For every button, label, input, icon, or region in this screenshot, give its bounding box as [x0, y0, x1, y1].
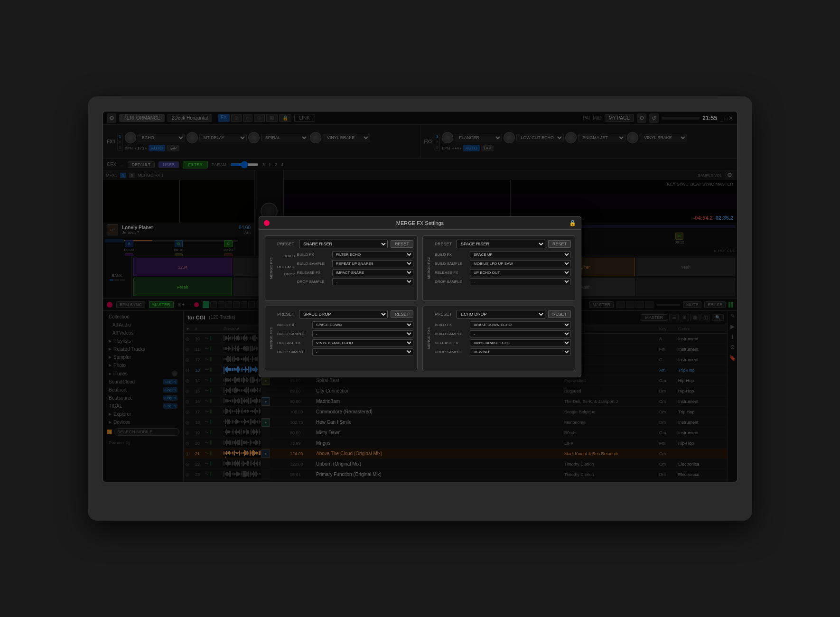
preset-label-2: PRESET	[435, 242, 454, 246]
merge-fx4-build-fx-select[interactable]: BRAKE DOWN ECHO	[470, 321, 571, 328]
preset-label-1: PRESET	[277, 242, 296, 246]
preset-label-3: PRESET	[277, 312, 296, 317]
build-sample-label-1: BUILD SAMPLE	[297, 262, 330, 266]
merge-fx2-build-fx-select[interactable]: SPACE UP	[470, 251, 571, 258]
drop-sample-label-3: DROP SAMPLE	[277, 350, 310, 354]
release-fx-label-3: RELEASE FX	[277, 341, 310, 345]
merge-fx3-release-fx-select[interactable]: VINYL BRAKE ECHO	[312, 339, 413, 346]
build-fx-label-4: BUILD FX	[435, 323, 468, 327]
build-fx-label-2: BUILD FX	[435, 252, 468, 257]
merge-fx2-reset-btn[interactable]: RESET	[548, 240, 571, 248]
merge-fx3-preset-select[interactable]: SPACE DROP	[299, 310, 388, 318]
build-sample-label-3: BUILD SAMPLE	[277, 332, 310, 336]
merge-fx2-side-label: MERGE FX2	[427, 240, 431, 297]
merge-fx3-side-label: MERGE FX3	[269, 310, 273, 367]
build-fx-label-1: BUILD FX	[297, 252, 330, 257]
merge-fx4-preset-select[interactable]: ECHO DROP	[457, 310, 545, 318]
merge-fx4-reset-btn[interactable]: RESET	[548, 310, 571, 318]
merge-fx3-box: MERGE FX3 PRESET SPACE DROP RESET	[265, 306, 418, 371]
merge-fx1-drop-sample-select[interactable]: -	[332, 278, 413, 285]
build-label-1: BUILD	[283, 253, 295, 259]
merge-fx-modal: MERGE FX Settings 🔒 MERGE FX1	[259, 216, 581, 377]
merge-fx2-drop-sample-select[interactable]: -	[470, 278, 571, 285]
merge-fx1-build-fx-select[interactable]: FILTER ECHO	[332, 251, 413, 258]
merge-fx1-box: MERGE FX1 PRESET SNARE RISER RESET	[265, 235, 418, 301]
merge-fx1-preset-row: PRESET SNARE RISER RESET	[277, 240, 413, 248]
release-fx-label-1: RELEASE FX	[297, 271, 330, 275]
merge-fx4-release-fx-select[interactable]: VINYL BRAKE ECHO	[470, 339, 571, 346]
modal-overlay: MERGE FX Settings 🔒 MERGE FX1	[103, 112, 737, 482]
merge-fx1-side-label: MERGE FX1	[269, 240, 273, 297]
merge-fx1-reset-btn[interactable]: RESET	[391, 240, 413, 248]
drop-sample-label-1: DROP SAMPLE	[297, 280, 330, 284]
drop-sample-label-2: DROP SAMPLE	[435, 280, 468, 284]
merge-fx4-preset-row: PRESET ECHO DROP RESET	[435, 310, 571, 318]
build-sample-label-4: BUILD SAMPLE	[435, 332, 468, 336]
merge-fx3-build-sample-select[interactable]: -	[312, 330, 413, 337]
merge-fx2-release-fx-select[interactable]: UP ECHO OUT	[470, 269, 571, 276]
modal-lock-icon: 🔒	[569, 220, 576, 226]
drop-label-1: DROP	[284, 271, 295, 277]
merge-fx1-preset-select[interactable]: SNARE RISER	[299, 240, 388, 248]
build-fx-label-3: BUILD FX	[277, 323, 310, 327]
modal-title: MERGE FX Settings	[396, 220, 444, 226]
merge-fx2-preset-select[interactable]: SPACE RISER	[457, 240, 545, 248]
merge-fx3-build-fx-select[interactable]: SPACE DOWN	[312, 321, 413, 328]
merge-fx1-build-sample-select[interactable]: REPEAT UP SNARE9	[332, 260, 413, 267]
merge-fx2-preset-row: PRESET SPACE RISER RESET	[435, 240, 571, 248]
modal-close-btn[interactable]	[264, 220, 270, 226]
laptop-chin	[102, 483, 738, 492]
merge-fx2-box: MERGE FX2 PRESET SPACE RISER RESET	[422, 235, 575, 301]
drop-sample-label-4: DROP SAMPLE	[435, 350, 468, 354]
merge-fx4-side-label: MERGE FX4	[427, 310, 431, 367]
merge-fx2-build-sample-select[interactable]: MOBIUS LFO UP SAW	[470, 260, 571, 267]
merge-fx3-preset-row: PRESET SPACE DROP RESET	[277, 310, 413, 318]
merge-fx1-release-fx-select[interactable]: IMPACT SNARE	[332, 269, 413, 276]
modal-title-bar: MERGE FX Settings 🔒	[259, 216, 581, 230]
release-label-1: RELEASE	[277, 260, 295, 270]
release-fx-label-4: RELEASE FX	[435, 341, 468, 345]
merge-fx4-box: MERGE FX4 PRESET ECHO DROP RESET	[422, 306, 575, 371]
merge-fx3-drop-sample-select[interactable]: -	[312, 348, 413, 355]
preset-label-4: PRESET	[435, 312, 454, 317]
release-fx-label-2: RELEASE FX	[435, 271, 468, 275]
merge-fx4-drop-sample-select[interactable]: REWIND	[470, 348, 571, 355]
modal-body: MERGE FX1 PRESET SNARE RISER RESET	[259, 230, 581, 377]
merge-fx4-build-sample-select[interactable]: -	[470, 330, 571, 337]
build-sample-label-2: BUILD SAMPLE	[435, 262, 468, 266]
merge-fx3-reset-btn[interactable]: RESET	[391, 310, 413, 318]
